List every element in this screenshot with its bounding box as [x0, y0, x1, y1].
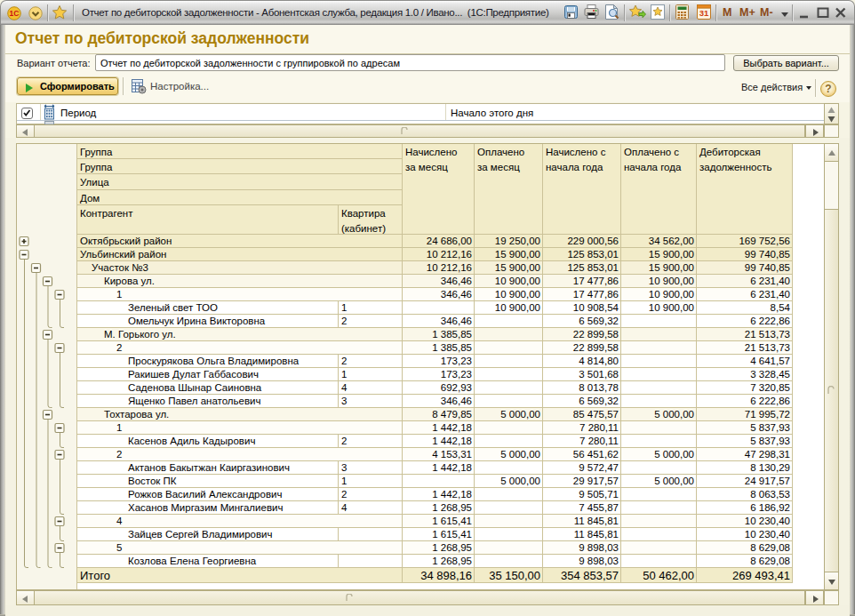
svg-text:31: 31	[699, 8, 709, 18]
svg-text:1С: 1С	[10, 9, 20, 18]
